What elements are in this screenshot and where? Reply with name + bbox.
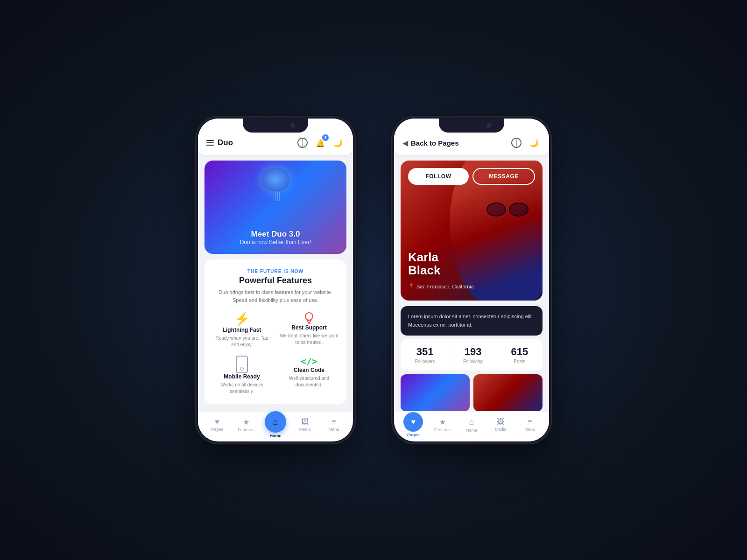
phone2-features-nav-label: Features <box>434 427 451 432</box>
phone2-moon-icon: 🌙 <box>529 139 539 147</box>
stat-divider-1 <box>449 346 449 364</box>
feature-mobile-desc: Works on all devices seamlessly. <box>212 382 272 395</box>
mobile-device-icon <box>236 356 248 373</box>
stat-following: 193 Following <box>463 346 483 364</box>
dark-mode-button[interactable]: 🌙 <box>331 136 345 149</box>
hero-title: Meet Duo 3.0 <box>251 230 300 239</box>
nav-menu[interactable]: ≡ Menu <box>324 418 344 432</box>
feature-lightning-desc: Ready when you are. Tap and enjoy. <box>212 335 272 348</box>
globe-button[interactable] <box>296 136 309 149</box>
features-grid: ⚡ Lightning Fast Ready when you are. Tap… <box>212 311 339 395</box>
home-nav-icon: ⌂ <box>273 417 278 427</box>
section-eyebrow: THE FUTURE IS NOW <box>212 269 339 274</box>
features-nav-icon: ★ <box>243 418 249 427</box>
phone2-media-nav-label: Media <box>495 427 507 432</box>
phone2-nav-home[interactable]: ⌂ Home <box>461 417 482 433</box>
phone2-nav-features[interactable]: ★ Features <box>432 418 453 432</box>
lightning-icon: ⚡ <box>234 311 250 327</box>
phone1-bottom-nav: ♥ Pages ★ Features ⌂ Home 🖼 Media ≡ Menu <box>198 411 353 441</box>
glasses-right <box>509 203 529 217</box>
profile-location: 📍 San Francisco, California <box>408 283 474 289</box>
posts-count: 615 <box>511 346 528 358</box>
phone-2: ◀ Back to Pages 🌙 <box>392 117 551 443</box>
followers-count: 351 <box>415 346 435 358</box>
feature-support-title: Best Support <box>291 324 326 331</box>
stats-section: 351 Followers 193 Following 615 Posts <box>401 339 543 371</box>
phone2-menu-nav-label: Menu <box>524 427 535 432</box>
phone2-notch <box>439 119 504 133</box>
section-title: Powerful Features <box>212 276 339 286</box>
phone1-content[interactable]: Meet Duo 3.0 Duo is now Better than Ever… <box>198 155 353 441</box>
follow-message-row: FOLLOW MESSAGE <box>408 168 535 185</box>
hero-card: Meet Duo 3.0 Duo is now Better than Ever… <box>204 161 346 254</box>
phone2-content[interactable]: FOLLOW MESSAGE KarlaBlack 📍 San Francisc… <box>394 155 549 441</box>
section-description: Duo brings best in class features for yo… <box>212 288 339 304</box>
nav-pages[interactable]: ♥ Pages <box>207 418 227 432</box>
menu-nav-icon: ≡ <box>331 418 336 426</box>
nav-home[interactable]: ⌂ Home <box>265 411 286 438</box>
bio-text: Lorem ipsum dolor sit amet, consectetur … <box>408 314 533 328</box>
back-button[interactable]: ◀ Back to Pages <box>402 139 459 147</box>
nav-features[interactable]: ★ Features <box>236 418 256 432</box>
notification-badge: 3 <box>322 134 329 141</box>
feature-support-desc: We treat others like we want to be treat… <box>279 333 339 346</box>
photo-thumb-2[interactable] <box>473 374 543 412</box>
jellyfish-tentacles <box>254 192 296 201</box>
phone2-media-nav-icon: 🖼 <box>497 418 504 426</box>
phone2-dark-mode-button[interactable]: 🌙 <box>528 136 541 149</box>
stat-divider-2 <box>497 346 497 364</box>
feature-support: Best Support We treat others like we wan… <box>279 311 339 348</box>
back-label: Back to Pages <box>411 139 459 147</box>
jellyfish-visual <box>254 168 296 210</box>
following-count: 193 <box>463 346 483 358</box>
feature-mobile: Mobile Ready Works on all devices seamle… <box>212 356 272 395</box>
phone2-pages-nav-label: Pages <box>407 433 420 437</box>
home-nav-label: Home <box>269 434 281 438</box>
location-pin-icon: 📍 <box>408 283 415 289</box>
phone2-pages-nav-icon: ♥ <box>411 418 416 426</box>
phone2-features-nav-icon: ★ <box>439 418 446 427</box>
phone2-home-nav-label: Home <box>466 428 477 433</box>
home-button[interactable]: ⌂ <box>265 411 286 433</box>
phone2-globe-button[interactable] <box>510 136 523 149</box>
svg-point-0 <box>305 313 313 320</box>
phone2-nav-menu[interactable]: ≡ Menu <box>520 418 540 432</box>
stat-posts: 615 Posts <box>511 346 528 364</box>
jellyfish-body <box>261 168 289 191</box>
profile-location-text: San Francisco, California <box>416 284 474 289</box>
phone1-notch <box>243 119 308 133</box>
photo-thumb-1[interactable] <box>401 374 470 412</box>
features-section: THE FUTURE IS NOW Powerful Features Duo … <box>204 259 346 404</box>
svg-point-3 <box>310 320 311 322</box>
profile-glasses <box>486 203 529 217</box>
svg-point-2 <box>307 320 309 322</box>
features-nav-label: Features <box>238 427 254 432</box>
feature-code-title: Clean Code <box>294 367 324 373</box>
app-title: Duo <box>218 138 233 147</box>
globe-icon <box>297 138 308 148</box>
pages-active-circle[interactable]: ♥ <box>403 412 423 432</box>
hamburger-icon[interactable] <box>206 140 214 146</box>
bio-section: Lorem ipsum dolor sit amet, consectetur … <box>401 306 543 336</box>
phone2-bottom-nav: ♥ Pages ★ Features ⌂ Home 🖼 Media ≡ Menu <box>394 411 549 441</box>
phone2-nav-pages[interactable]: ♥ Pages <box>403 412 423 437</box>
phone2-home-nav-icon: ⌂ <box>469 417 474 427</box>
pages-nav-icon: ♥ <box>215 418 219 426</box>
nav-media[interactable]: 🖼 Media <box>295 418 315 432</box>
pages-nav-label: Pages <box>211 427 223 432</box>
feature-mobile-title: Mobile Ready <box>224 373 260 380</box>
phone2-nav-media[interactable]: 🖼 Media <box>490 418 511 432</box>
followers-label: Followers <box>415 359 435 364</box>
profile-card: FOLLOW MESSAGE KarlaBlack 📍 San Francisc… <box>401 161 543 301</box>
hero-subtitle: Duo is now Better than Ever! <box>240 239 311 245</box>
feature-code: </> Clean Code Well structured and docum… <box>279 356 339 395</box>
glasses-left <box>486 203 506 217</box>
feature-code-desc: Well structured and documented. <box>279 375 339 388</box>
header-left: Duo <box>206 138 233 147</box>
message-button[interactable]: MESSAGE <box>472 168 535 185</box>
photo-grid <box>401 374 543 412</box>
follow-button[interactable]: FOLLOW <box>408 168 469 185</box>
bell-button[interactable]: 🔔 3 <box>314 136 327 149</box>
media-nav-icon: 🖼 <box>301 418 309 426</box>
stat-followers: 351 Followers <box>415 346 435 364</box>
